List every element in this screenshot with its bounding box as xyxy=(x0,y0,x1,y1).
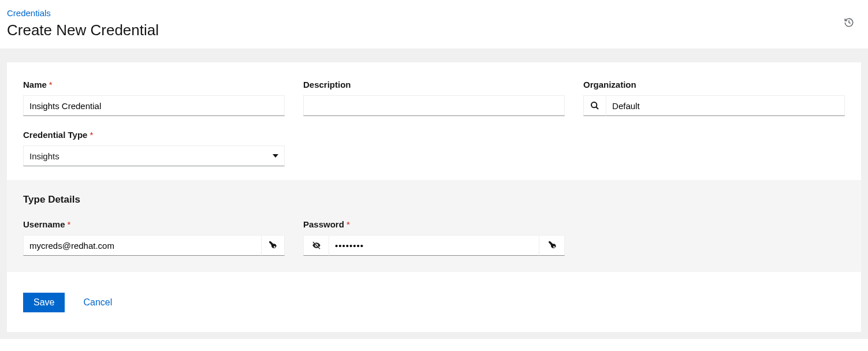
svg-line-1 xyxy=(596,107,598,109)
credential-type-select[interactable]: Insights xyxy=(23,145,285,166)
breadcrumb[interactable]: Credentials xyxy=(7,8,51,18)
form-row-1: Name* Description Organization xyxy=(7,62,861,130)
history-icon[interactable] xyxy=(844,17,854,29)
password-visibility-toggle[interactable] xyxy=(303,235,329,256)
type-details-heading: Type Details xyxy=(23,194,845,206)
save-button[interactable]: Save xyxy=(23,293,65,312)
username-input[interactable] xyxy=(23,235,262,256)
key-icon xyxy=(547,241,557,250)
svg-point-0 xyxy=(591,102,597,107)
key-icon xyxy=(268,241,277,250)
name-input[interactable] xyxy=(23,95,285,116)
form-body: Name* Description Organization xyxy=(0,48,868,339)
search-icon xyxy=(590,101,599,110)
page-title: Create New Credential xyxy=(7,21,844,39)
organization-search-button[interactable] xyxy=(583,95,606,116)
cancel-button[interactable]: Cancel xyxy=(83,297,112,308)
description-label: Description xyxy=(303,80,565,89)
password-label: Password* xyxy=(303,219,565,229)
page-header: Credentials Create New Credential xyxy=(0,0,868,48)
credential-type-label: Credential Type* xyxy=(23,130,285,140)
eye-slash-icon xyxy=(312,241,321,250)
form-row-2: Credential Type* Insights xyxy=(7,130,861,180)
chevron-down-icon xyxy=(273,154,278,158)
username-key-button[interactable] xyxy=(262,235,285,256)
credential-type-value: Insights xyxy=(29,151,59,161)
username-label: Username* xyxy=(23,219,285,229)
organization-input[interactable] xyxy=(606,95,845,116)
type-details-section: Type Details Username* xyxy=(7,180,861,272)
description-input[interactable] xyxy=(303,95,565,116)
password-key-button[interactable] xyxy=(539,235,565,256)
form-footer: Save Cancel xyxy=(7,272,861,332)
name-label: Name* xyxy=(23,80,285,89)
organization-label: Organization xyxy=(583,80,845,89)
password-input[interactable] xyxy=(329,235,539,256)
